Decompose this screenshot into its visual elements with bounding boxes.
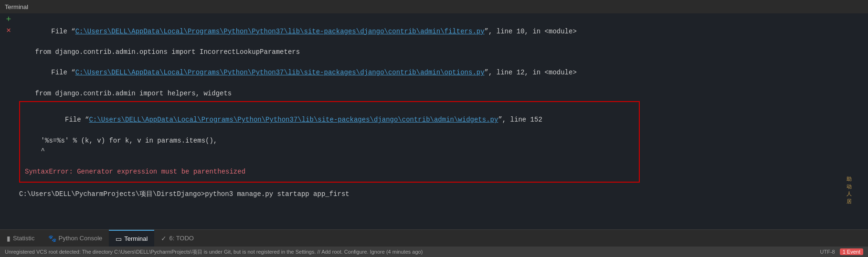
syntax-error-text: SyntaxError: Generator expression must b… — [25, 167, 634, 177]
tab-statistic-label: Statistic — [13, 235, 35, 242]
terminal-line-2: from django.contrib.admin.options import… — [19, 47, 826, 58]
todo-icon: ✓ — [161, 235, 167, 242]
right-panel: 助 动 人 居 — [830, 13, 868, 229]
terminal-line-1: File “C:\Users\DELL\AppData\Local\Progra… — [19, 16, 826, 47]
command-line: C:\Users\DELL\PycharmProjects\项目\DirstDj… — [19, 189, 826, 200]
terminal-line-4: from django.contrib.admin import helpers… — [19, 89, 826, 99]
left-gutter: + ✕ — [0, 13, 17, 229]
error-caret-line: ^ — [25, 146, 634, 156]
title-bar: Terminal — [0, 0, 868, 13]
add-terminal-button[interactable]: + — [6, 15, 11, 24]
status-bar: Unregistered VCS root detected: The dire… — [0, 247, 868, 257]
terminal-content: File “C:\Users\DELL\AppData\Local\Progra… — [17, 13, 830, 229]
python-console-icon: 🐾 — [48, 235, 56, 242]
tab-todo-label: 6: TODO — [169, 235, 194, 242]
tab-terminal-label: Terminal — [124, 235, 148, 242]
encoding-label: UTF-8 — [820, 249, 835, 255]
file-link-options[interactable]: C:\Users\DELL\AppData\Local\Programs\Pyt… — [75, 69, 485, 76]
file-link-filters[interactable]: C:\Users\DELL\AppData\Local\Programs\Pyt… — [75, 28, 485, 35]
syntax-error-line — [25, 156, 634, 167]
terminal-icon: ▭ — [116, 235, 122, 243]
tab-bar: ▮ Statistic 🐾 Python Console ▭ Terminal … — [0, 229, 868, 247]
tab-terminal[interactable]: ▭ Terminal — [109, 230, 154, 247]
terminal-main: + ✕ File “C:\Users\DELL\AppData\Local\Pr… — [0, 13, 868, 229]
mascot-decoration: 助 动 人 居 — [847, 176, 852, 206]
tab-python-console-label: Python Console — [59, 235, 103, 242]
close-terminal-button[interactable]: ✕ — [6, 27, 11, 34]
status-right: UTF-8 1 Event — [820, 248, 863, 255]
error-box: File “C:\Users\DELL\AppData\Local\Progra… — [19, 101, 640, 183]
tab-python-console[interactable]: 🐾 Python Console — [42, 230, 109, 247]
terminal-line-3: File “C:\Users\DELL\AppData\Local\Progra… — [19, 58, 826, 89]
tab-statistic[interactable]: ▮ Statistic — [0, 230, 42, 247]
file-link-widgets[interactable]: C:\Users\DELL\AppData\Local\Programs\Pyt… — [89, 116, 498, 123]
statistic-icon: ▮ — [7, 235, 11, 242]
status-message: Unregistered VCS root detected: The dire… — [5, 248, 820, 256]
event-badge[interactable]: 1 Event — [840, 248, 863, 255]
error-file-line: File “C:\Users\DELL\AppData\Local\Progra… — [25, 105, 634, 136]
tab-todo[interactable]: ✓ 6: TODO — [154, 230, 201, 247]
title-text: Terminal — [5, 3, 28, 10]
error-code-line: '%s=%s' % (k, v) for k, v in params.item… — [25, 136, 634, 146]
